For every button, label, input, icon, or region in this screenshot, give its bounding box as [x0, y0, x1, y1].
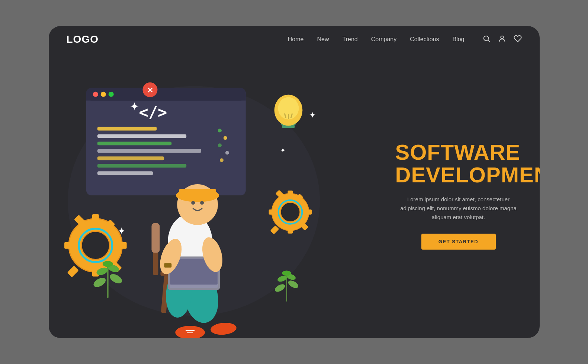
svg-point-69 — [282, 270, 291, 276]
illustration-svg: </> ✕ — [49, 53, 383, 338]
user-icon[interactable] — [498, 35, 506, 45]
svg-rect-13 — [97, 142, 171, 145]
nav-links: Home New Trend Company Collections Blog — [288, 36, 465, 43]
svg-text:✦: ✦ — [117, 226, 125, 236]
hero-description: Lorem ipsum dolor sit amet, consectetuer… — [395, 195, 522, 222]
svg-rect-15 — [97, 156, 164, 160]
search-icon[interactable] — [482, 35, 491, 45]
svg-rect-34 — [92, 214, 99, 224]
svg-point-33 — [81, 231, 109, 260]
svg-rect-74 — [151, 223, 160, 253]
svg-point-19 — [223, 136, 227, 140]
svg-point-2 — [501, 36, 503, 38]
svg-rect-16 — [97, 164, 186, 168]
svg-point-9 — [108, 92, 113, 97]
svg-point-7 — [93, 92, 98, 97]
svg-point-31 — [278, 97, 299, 120]
nav-item-collections[interactable]: Collections — [410, 36, 439, 43]
nav-item-new[interactable]: New — [317, 36, 329, 43]
svg-rect-80 — [179, 189, 216, 197]
nav-item-company[interactable]: Company — [371, 36, 396, 43]
svg-point-81 — [191, 201, 195, 205]
navbar: LOGO Home New Trend Company Collections … — [49, 26, 540, 53]
svg-text:✦: ✦ — [309, 110, 316, 120]
svg-text:✕: ✕ — [147, 86, 153, 94]
svg-rect-12 — [97, 134, 186, 138]
nav-item-blog[interactable]: Blog — [452, 36, 464, 43]
svg-point-18 — [218, 129, 221, 132]
svg-rect-47 — [304, 209, 312, 215]
hero-content: SOFTWARE DEVELOPMENT Lorem ipsum dolor s… — [383, 53, 540, 338]
illustration-area: </> ✕ — [49, 53, 383, 338]
svg-point-22 — [219, 158, 223, 162]
svg-point-63 — [102, 261, 113, 267]
nav-item-trend[interactable]: Trend — [343, 36, 358, 43]
svg-text:✦: ✦ — [280, 147, 286, 154]
main-content: </> ✕ — [49, 53, 540, 338]
svg-rect-88 — [164, 263, 171, 268]
heart-icon[interactable] — [514, 35, 522, 45]
svg-text:</>: </> — [139, 103, 167, 121]
svg-rect-14 — [97, 149, 201, 153]
svg-point-44 — [280, 202, 300, 222]
svg-point-21 — [225, 151, 229, 155]
svg-point-20 — [218, 143, 221, 147]
svg-rect-48 — [269, 209, 276, 215]
svg-rect-36 — [117, 242, 126, 249]
svg-point-8 — [100, 92, 106, 97]
logo: LOGO — [67, 33, 99, 45]
hero-title: SOFTWARE DEVELOPMENT — [395, 141, 522, 186]
nav-item-home[interactable]: Home — [288, 36, 304, 43]
svg-line-1 — [488, 40, 489, 42]
get-started-button[interactable]: GET STARTED — [421, 234, 496, 250]
svg-text:✦: ✦ — [130, 100, 139, 113]
svg-rect-37 — [64, 242, 74, 249]
svg-rect-46 — [287, 226, 293, 234]
svg-rect-17 — [97, 171, 153, 175]
nav-icon-group — [482, 35, 522, 45]
svg-rect-11 — [97, 127, 157, 130]
main-card: LOGO Home New Trend Company Collections … — [49, 26, 540, 338]
svg-rect-45 — [287, 191, 293, 198]
svg-point-82 — [200, 201, 204, 205]
